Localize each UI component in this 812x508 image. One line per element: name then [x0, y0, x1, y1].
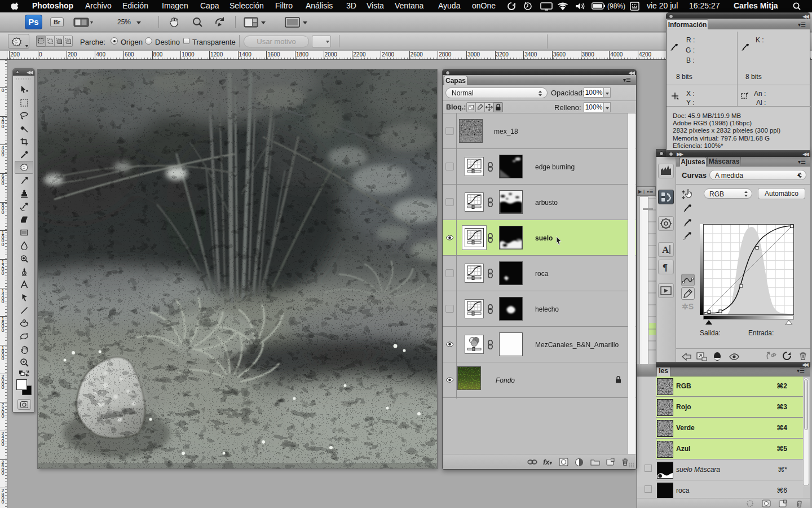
- svg-text:¶: ¶: [663, 262, 668, 273]
- svg-text:A: A: [662, 244, 669, 255]
